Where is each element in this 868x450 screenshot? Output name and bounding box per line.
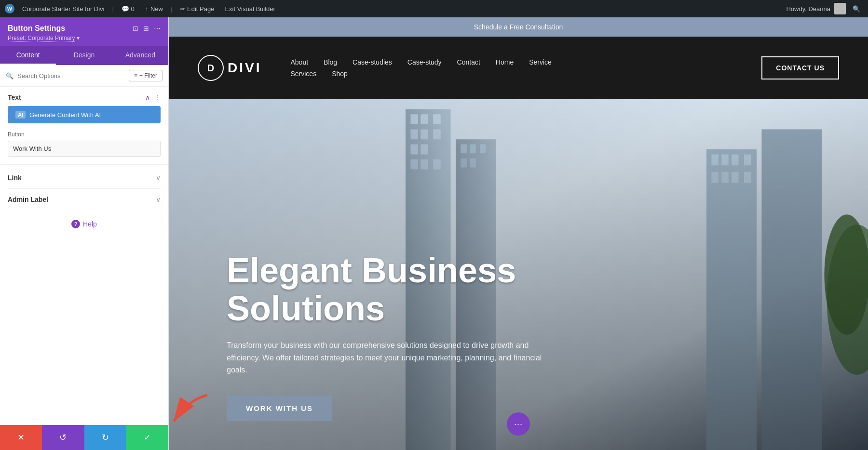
nav-case-study[interactable]: Case-study <box>407 58 442 66</box>
main-layout: Button Settings ⊡ ⊞ ⋯ Preset: Corporate … <box>0 17 868 450</box>
undo-button[interactable]: ↺ <box>42 425 84 450</box>
redo-button[interactable]: ↻ <box>84 425 126 450</box>
hero-section: Elegant Business Solutions Transform you… <box>169 99 868 450</box>
admin-label-header[interactable]: Admin Label ∨ <box>8 188 161 210</box>
search-icon[interactable]: 🔍 <box>850 5 863 13</box>
tab-content[interactable]: Content <box>0 46 56 65</box>
text-section-header: Text ∧ ⋮ <box>0 87 168 106</box>
admin-bar-left: W Corporate Starter Site for Divi | 💬 0 … <box>5 4 278 13</box>
panel-title: Button Settings <box>8 24 65 33</box>
filter-button[interactable]: ≡ + Filter <box>129 70 163 81</box>
hero-subtitle: Transform your business with our compreh… <box>227 339 545 376</box>
preset-label[interactable]: Preset: Corporate Primary ▾ <box>8 35 161 41</box>
logo-text: DIVI <box>228 60 261 76</box>
search-icon: 🔍 <box>6 72 14 79</box>
panel-tabs: Content Design Advanced <box>0 46 168 65</box>
link-section-header[interactable]: Link ∨ <box>8 167 161 188</box>
panel-title-row: Button Settings ⊡ ⊞ ⋯ <box>8 24 161 33</box>
panel-header: Button Settings ⊡ ⊞ ⋯ Preset: Corporate … <box>0 17 168 46</box>
text-more-icon[interactable]: ⋮ <box>154 93 161 101</box>
avatar <box>834 3 846 14</box>
howdy-label: Howdy, Deanna <box>786 5 830 13</box>
edit-page-link[interactable]: ✏ Edit Page <box>177 5 217 13</box>
nav-row-2: Services Shop <box>290 70 761 78</box>
nav-home[interactable]: Home <box>496 58 514 66</box>
help-row[interactable]: ? Help <box>0 210 168 238</box>
panel-bottom: ✕ ↺ ↻ ✓ <box>0 425 168 450</box>
nav-service[interactable]: Service <box>529 58 552 66</box>
divider <box>0 164 168 165</box>
filter-icon: ≡ <box>134 72 137 79</box>
button-text-input[interactable] <box>8 141 161 157</box>
nav-about[interactable]: About <box>290 58 308 66</box>
tab-design[interactable]: Design <box>56 46 112 65</box>
nav-services[interactable]: Services <box>290 70 316 78</box>
link-chevron-icon[interactable]: ∨ <box>156 174 161 182</box>
nav-contact[interactable]: Contact <box>457 58 480 66</box>
nav-blog[interactable]: Blog <box>324 58 337 66</box>
ai-icon: AI <box>15 111 26 119</box>
logo-circle-icon: D <box>198 55 224 81</box>
text-chevron-icon[interactable]: ∧ <box>145 93 150 101</box>
admin-bar-right: Howdy, Deanna 🔍 <box>786 3 863 14</box>
panel-content: Text ∧ ⋮ AI Generate Content With AI But… <box>0 87 168 425</box>
link-title: Link <box>8 174 22 182</box>
new-link[interactable]: + New <box>142 5 166 13</box>
panel-header-icons: ⊡ ⊞ ⋯ <box>133 25 161 32</box>
panel-expand-icon[interactable]: ⊡ <box>133 25 138 32</box>
admin-label-chevron-icon[interactable]: ∨ <box>156 196 161 203</box>
nav-row-1: About Blog Case-studies Case-study Conta… <box>290 58 761 66</box>
help-label: Help <box>83 220 97 228</box>
close-button[interactable]: ✕ <box>0 425 42 450</box>
tab-advanced[interactable]: Advanced <box>112 46 168 65</box>
panel-columns-icon[interactable]: ⊞ <box>143 25 149 32</box>
hero-title: Elegant Business Solutions <box>227 251 545 328</box>
floating-dots-button[interactable]: ··· <box>507 412 530 436</box>
admin-label-section: Admin Label ∨ <box>0 188 168 210</box>
generate-ai-button[interactable]: AI Generate Content With AI <box>8 106 161 123</box>
nav-case-studies[interactable]: Case-studies <box>353 58 392 66</box>
hero-content: Elegant Business Solutions Transform you… <box>169 251 603 450</box>
section-controls: ∧ ⋮ <box>145 93 161 101</box>
search-input[interactable] <box>17 72 125 79</box>
comment-icon[interactable]: 💬 0 <box>119 5 137 13</box>
panel-more-icon[interactable]: ⋯ <box>154 25 161 32</box>
separator: | <box>112 5 114 13</box>
link-section: Link ∨ <box>0 167 168 188</box>
right-panel: Schedule a Free Consultation D DIVI Abou… <box>169 17 868 450</box>
exit-builder-link[interactable]: Exit Visual Builder <box>222 5 278 13</box>
admin-bar: W Corporate Starter Site for Divi | 💬 0 … <box>0 0 868 17</box>
site-name-link[interactable]: Corporate Starter Site for Divi <box>19 5 108 13</box>
contact-us-button[interactable]: CONTACT US <box>761 56 839 79</box>
nav-shop[interactable]: Shop <box>332 70 348 78</box>
hero-cta-button[interactable]: WORK WITH US <box>227 396 332 421</box>
site-nav: About Blog Case-studies Case-study Conta… <box>290 58 761 78</box>
admin-label-title: Admin Label <box>8 196 48 203</box>
button-field-label: Button <box>0 131 168 141</box>
text-section-title: Text <box>8 93 21 101</box>
wp-logo-icon[interactable]: W <box>5 4 14 13</box>
save-button[interactable]: ✓ <box>126 425 168 450</box>
panel-search: 🔍 ≡ + Filter <box>0 65 168 87</box>
announcement-bar: Schedule a Free Consultation <box>169 17 868 37</box>
left-panel: Button Settings ⊡ ⊞ ⋯ Preset: Corporate … <box>0 17 169 450</box>
site-logo: D DIVI <box>198 55 261 81</box>
site-header: D DIVI About Blog Case-studies Case-stud… <box>169 37 868 99</box>
help-icon: ? <box>71 220 80 228</box>
separator2: | <box>171 5 172 13</box>
announcement-text: Schedule a Free Consultation <box>474 23 563 31</box>
